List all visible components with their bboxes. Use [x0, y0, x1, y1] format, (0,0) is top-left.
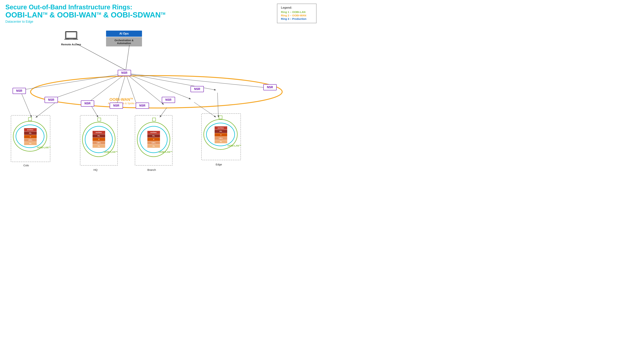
remote-access: Remote Access — [61, 31, 81, 46]
svg-rect-19 — [66, 32, 76, 38]
subtitle: Datacenter to Edge — [6, 20, 165, 24]
nsr-right2: NSR — [190, 86, 204, 92]
nsr-center-right: NSR — [136, 103, 149, 109]
edge-layer-servers: ers/Stor. — [214, 126, 227, 130]
legend-title: Legend: — [281, 6, 312, 9]
colo-site-container: ers/Stor. PD. U LBrs. Po OOBI-LAN™ — [11, 115, 50, 162]
layer-servers-stor: ers/Stor. — [24, 128, 37, 131]
title-line1: Secure Out-of-Band Infrastructure Rings: — [6, 4, 165, 11]
legend-item-1: Ring 1 – OOBI-LAN — [281, 11, 312, 14]
edge-layer-pd: PD. — [214, 130, 227, 133]
edge-layer-lbrs: LBrs. — [214, 137, 227, 140]
svg-line-3 — [22, 73, 126, 90]
svg-rect-18 — [66, 32, 77, 39]
oobi-lan-text: OOBI-LAN — [6, 11, 43, 19]
nsr-center-left: NSR — [81, 100, 94, 107]
branch-layer-lbrs: LBrs. — [148, 141, 160, 144]
edge-server-stack: ers/Stor. PD. U LBrs. Po — [214, 126, 227, 143]
edge-connector — [219, 116, 222, 119]
remote-access-label: Remote Access — [61, 43, 81, 46]
hq-layer-pd: PD. — [92, 134, 105, 137]
sep2: & OOBI-SDWAN — [103, 11, 161, 19]
colo-connector — [28, 117, 32, 121]
hq-layer-servers: ers/Stor. — [92, 131, 105, 134]
nsr-right1: NSR — [162, 97, 175, 103]
branch-layer-po: Po — [148, 144, 160, 148]
nsr-hub: NSR — [118, 70, 131, 76]
nsr-center: NSR — [110, 103, 123, 109]
nsr-left1: NSR — [12, 88, 26, 94]
hq-connector — [98, 118, 101, 121]
ai-ops-header: AI Ops — [106, 31, 142, 37]
oobi-wan-tm: TM — [130, 98, 133, 100]
sep1: & OOBI-WAN — [50, 11, 96, 19]
branch-layer-pd: PD. — [148, 134, 160, 137]
edge-label: Edge — [216, 163, 222, 166]
svg-line-2 — [126, 45, 130, 70]
nsr-far-right: NSR — [263, 84, 276, 90]
laptop-icon — [64, 31, 78, 41]
layer-u: U — [24, 135, 37, 138]
title-line2: OOBI-LANTM & OOBI-WANTM & OOBI-SDWANTM — [6, 11, 165, 19]
branch-site-container: ers/Stor. PD. U LBrs. Po OOBI-LAN™ — [135, 115, 172, 165]
edge-layer-u: U — [214, 133, 227, 136]
svg-line-9 — [126, 73, 190, 99]
title-area: Secure Out-of-Band Infrastructure Rings:… — [6, 4, 165, 24]
tm1: TM — [43, 12, 48, 16]
svg-point-0 — [30, 76, 282, 108]
colo-label: Colo — [23, 164, 29, 167]
branch-connector — [152, 118, 156, 121]
colo-oobi-lan-label: OOBI-LAN™ — [37, 146, 51, 149]
hq-label: HQ — [94, 168, 98, 171]
tm2: TM — [96, 12, 101, 16]
hq-layer-po: Po — [92, 144, 105, 148]
diagram: Remote Access AI Ops Orchestration &Auto… — [0, 29, 322, 179]
edge-site-container: ers/Stor. PD. U LBrs. Po OOBI-LAN™ — [201, 113, 241, 160]
oobi-wan-title: OOBI-WANTM — [108, 97, 134, 102]
hq-layer-u: U — [92, 138, 105, 141]
ai-ops-box: AI Ops Orchestration &Automation — [106, 31, 142, 46]
hq-oobi-lan-label: OOBI-LAN™ — [104, 151, 118, 153]
orchestration-box: Orchestration &Automation — [106, 37, 142, 46]
edge-oobi-lan-label: OOBI-LAN™ — [228, 144, 242, 147]
legend-item-2: Ring 2 – OOBI-WAN — [281, 14, 312, 17]
edge-layer-po: Po — [214, 140, 227, 143]
branch-label: Branch — [148, 168, 156, 171]
branch-layer-servers: ers/Stor. — [148, 131, 160, 134]
hq-layer-lbrs: LBrs. — [92, 141, 105, 144]
nsr-left2: NSR — [44, 97, 58, 103]
hq-server-stack: ers/Stor. PD. U LBrs. Po — [92, 131, 105, 148]
hq-site-container: ers/Stor. PD. U LBrs. Po OOBI-LAN™ — [80, 115, 118, 165]
svg-rect-21 — [69, 39, 73, 39]
legend-box: Legend: Ring 1 – OOBI-LAN Ring 2 – OOBI-… — [277, 4, 316, 23]
branch-server-stack: ers/Stor. PD. U LBrs. Po — [148, 131, 160, 148]
layer-pd: PD. — [24, 132, 37, 135]
branch-layer-u: U — [148, 138, 160, 141]
layer-po: Po — [24, 142, 37, 145]
svg-line-12 — [22, 94, 32, 117]
tm3: TM — [161, 12, 165, 16]
svg-line-1 — [76, 43, 126, 70]
branch-oobi-lan-label: OOBI-LAN™ — [159, 151, 172, 153]
legend-item-3: Ring 3 – Production — [281, 17, 312, 20]
layer-lbrs: LBrs. — [24, 138, 37, 142]
svg-line-4 — [52, 73, 126, 99]
colo-server-stack: ers/Stor. PD. U LBrs. Po — [24, 128, 37, 145]
